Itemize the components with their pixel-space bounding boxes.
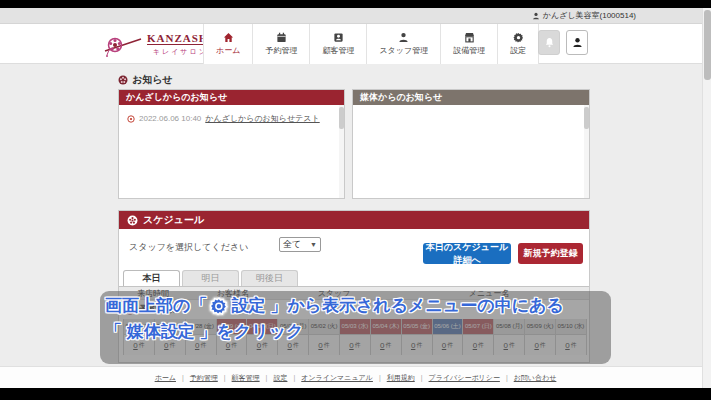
tab-day-after-tomorrow[interactable]: 明後日 — [241, 270, 298, 286]
footer-link[interactable]: 利用規約 — [387, 373, 415, 383]
kanzashi-logo-icon — [103, 31, 143, 57]
tab-today[interactable]: 本日 — [123, 270, 180, 286]
tutorial-line-2: 「 媒体設定 」をクリック — [105, 319, 606, 345]
footer-links: ホーム|予約管理|顧客管理|設定|オンラインマニュアル|利用規約|プライバシーポ… — [155, 373, 557, 383]
header-buttons — [538, 30, 588, 55]
bell-icon — [544, 37, 555, 48]
nav-item-settings[interactable]: 設定 — [497, 24, 539, 64]
gear-icon — [513, 32, 524, 43]
notice-date: 2022.06.06 10:40 — [139, 114, 201, 123]
kanzashi-notices-card: かんざしからのお知らせ 2022.06.06 10:40 かんざしからのお知らせ… — [118, 89, 345, 199]
nav-label: 設定 — [510, 45, 526, 56]
account-strip: かんざし美容室(1000514) — [0, 8, 711, 24]
letterbox-top — [0, 0, 711, 8]
footer-separator: | — [379, 374, 381, 381]
schedule-header-label: スケジュール — [143, 213, 204, 227]
person-icon — [398, 32, 409, 43]
notices-section-label: お知らせ — [132, 73, 173, 87]
new-badge-icon — [127, 115, 135, 123]
chevron-down-icon: ▼ — [310, 241, 317, 248]
main-navbar: KANZASHI キレイサロン ホーム 予約管理 顧客管理 スタッフ管理 — [0, 24, 711, 64]
page-scrollbar[interactable] — [702, 8, 711, 388]
notices-section-title: お知らせ — [118, 73, 173, 87]
nav-label: 予約管理 — [265, 45, 297, 56]
schedule-tabs: 本日 明日 明後日 — [123, 270, 300, 286]
kanzashi-notices-body: 2022.06.06 10:40 かんざしからのお知らせテスト — [119, 105, 344, 198]
today-schedule-detail-button[interactable]: 本日のスケジュール詳細へ — [423, 243, 511, 264]
nav-item-staff[interactable]: スタッフ管理 — [366, 24, 440, 64]
person-icon — [532, 12, 540, 20]
nav-items: ホーム 予約管理 顧客管理 スタッフ管理 設備管理 設定 — [203, 24, 539, 64]
card-scrollbar[interactable] — [584, 105, 589, 198]
media-notices-body — [353, 105, 589, 198]
kanzashi-flower-icon — [127, 215, 138, 226]
footer-separator: | — [293, 374, 295, 381]
kanzashi-notices-header: かんざしからのお知らせ — [119, 90, 344, 105]
tutorial-overlay: 画面上部の「 設定 」から表示されるメニューの中にある 「 媒体設定 」をクリッ… — [100, 291, 611, 364]
card-scrollbar[interactable] — [339, 105, 344, 198]
kanzashi-flower-icon — [118, 75, 128, 85]
footer-separator: | — [506, 374, 508, 381]
page-footer: ホーム|予約管理|顧客管理|設定|オンラインマニュアル|利用規約|プライバシーポ… — [0, 366, 711, 388]
footer-separator: | — [224, 374, 226, 381]
footer-link[interactable]: 設定 — [273, 373, 287, 383]
home-icon — [223, 32, 234, 43]
profile-button[interactable] — [566, 30, 588, 55]
footer-link[interactable]: 予約管理 — [190, 373, 218, 383]
person-icon — [572, 37, 583, 48]
building-icon — [464, 32, 475, 43]
footer-link[interactable]: 顧客管理 — [232, 373, 260, 383]
nav-item-customers[interactable]: 顧客管理 — [309, 24, 366, 64]
footer-link[interactable]: ホーム — [155, 373, 176, 383]
nav-item-home[interactable]: ホーム — [203, 24, 252, 64]
footer-link[interactable]: プライバシーポリシー — [429, 373, 500, 383]
nav-label: 設備管理 — [453, 45, 485, 56]
nav-item-reservations[interactable]: 予約管理 — [252, 24, 309, 64]
media-notices-header: 媒体からのお知らせ — [353, 90, 589, 105]
account-menu[interactable]: かんざし美容室(1000514) — [532, 10, 636, 21]
scrollbar-thumb[interactable] — [704, 10, 711, 80]
schedule-header: スケジュール — [119, 211, 589, 229]
notice-item: 2022.06.06 10:40 かんざしからのお知らせテスト — [119, 105, 344, 124]
calendar-icon — [276, 32, 287, 43]
footer-link[interactable]: オンラインマニュアル — [301, 373, 373, 383]
gear-icon — [210, 297, 228, 315]
notice-link[interactable]: かんざしからのお知らせテスト — [205, 113, 319, 124]
tutorial-line-1: 画面上部の「 設定 」から表示されるメニューの中にある — [105, 293, 606, 319]
footer-separator: | — [266, 374, 268, 381]
nav-label: スタッフ管理 — [379, 45, 428, 56]
logo-subtitle: キレイサロン — [153, 47, 208, 57]
footer-link[interactable]: お問い合わせ — [514, 373, 557, 383]
staff-filter-label: スタッフを選択してください — [129, 241, 248, 254]
nav-item-facilities[interactable]: 設備管理 — [440, 24, 497, 64]
nav-label: ホーム — [216, 45, 240, 56]
notifications-button[interactable] — [538, 30, 560, 55]
app-window: かんざし美容室(1000514) KANZASHI キレイサロン ホーム — [0, 0, 711, 400]
id-card-icon — [333, 32, 344, 43]
account-label: かんざし美容室(1000514) — [543, 10, 636, 21]
staff-filter-value: 全て — [283, 238, 301, 251]
new-reservation-button[interactable]: 新規予約登録 — [518, 243, 583, 264]
letterbox-bottom — [0, 388, 711, 400]
media-notices-card: 媒体からのお知らせ — [352, 89, 590, 199]
staff-filter-select[interactable]: 全て ▼ — [279, 237, 321, 252]
nav-label: 顧客管理 — [322, 45, 354, 56]
footer-separator: | — [421, 374, 423, 381]
footer-separator: | — [182, 374, 184, 381]
tab-tomorrow[interactable]: 明日 — [182, 270, 239, 286]
